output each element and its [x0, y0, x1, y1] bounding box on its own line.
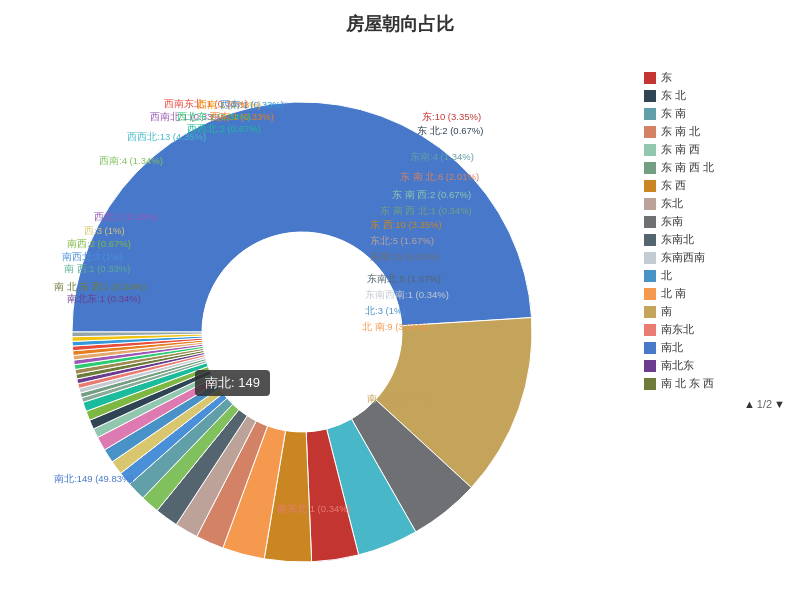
legend-item[interactable]: 南北	[644, 340, 791, 355]
legend-item[interactable]: 东南	[644, 214, 791, 229]
chart-body: 东:10 (3.35%)东 北:2 (0.67%)东南:4 (1.34%)东 南…	[0, 40, 799, 604]
slice-label: 南东北:1 (0.34%)	[277, 503, 351, 514]
legend-item[interactable]: 东	[644, 70, 791, 85]
legend-label: 东北	[661, 196, 683, 211]
legend-label: 东 南	[661, 106, 686, 121]
slice-label: 东南:15 (5.02%)	[370, 251, 439, 262]
legend-label: 东南	[661, 214, 683, 229]
page-indicator: 1/2	[757, 398, 772, 410]
legend-item[interactable]: 南北东	[644, 358, 791, 373]
legend-item[interactable]: 北	[644, 268, 791, 283]
chart-title: 房屋朝向占比	[346, 12, 454, 36]
legend-color-box	[644, 108, 656, 120]
slice-label: 西南:1 (0.33%)	[220, 99, 284, 110]
legend-item[interactable]: 东南西南	[644, 250, 791, 265]
legend-color-box	[644, 198, 656, 210]
legend-list: 东东 北东 南东 南 北东 南 西东 南 西 北东 西东北东南东南北东南西南北北…	[644, 70, 791, 394]
slice-label: 西:3 (1%)	[84, 225, 125, 236]
legend-color-box	[644, 234, 656, 246]
donut-area: 东:10 (3.35%)东 北:2 (0.67%)东南:4 (1.34%)东 南…	[0, 40, 644, 604]
slice-label: 东 西:10 (3.35%)	[370, 219, 442, 230]
legend-color-box	[644, 216, 656, 228]
legend-item[interactable]: 东北	[644, 196, 791, 211]
legend-label: 南	[661, 304, 672, 319]
legend-item[interactable]: 北 南	[644, 286, 791, 301]
legend-color-box	[644, 378, 656, 390]
legend-color-box	[644, 90, 656, 102]
slice-label: 西西北:2 (0.67%)	[187, 123, 261, 134]
legend-label: 北	[661, 268, 672, 283]
slice-label: 南西:2 (0.67%)	[67, 238, 131, 249]
legend-label: 东 北	[661, 88, 686, 103]
legend-label: 东 南 北	[661, 124, 700, 139]
legend-color-box	[644, 126, 656, 138]
donut-chart: 东:10 (3.35%)东 北:2 (0.67%)东南:4 (1.34%)东 南…	[32, 52, 612, 592]
legend-item[interactable]: 东 南 西	[644, 142, 791, 157]
legend-item[interactable]: 东 南 北	[644, 124, 791, 139]
chart-container: 房屋朝向占比 东:10 (3.35%)东 北:2 (0.67%)东南:4 (1.…	[0, 0, 799, 604]
slice-label: 西南:4 (1.34%)	[99, 155, 163, 166]
legend-color-box	[644, 180, 656, 192]
slice-label: 东 北:2 (0.67%)	[417, 125, 483, 136]
slice-label: 西北:1 (0.33%)	[94, 211, 158, 222]
legend-item[interactable]: 南 北 东 西	[644, 376, 791, 391]
slice-label: 东:10 (3.35%)	[422, 111, 481, 122]
legend-label: 东南西南	[661, 250, 705, 265]
legend-color-box	[644, 252, 656, 264]
slice-label: 东 南 北:6 (2.01%)	[400, 171, 479, 182]
slice-label: 西南:1 (0.33%)	[210, 111, 274, 122]
legend-label: 东	[661, 70, 672, 85]
legend-pagination: ▲ 1/2 ▼	[644, 398, 791, 410]
legend-item[interactable]: 南	[644, 304, 791, 319]
slice-label: 北 南:9 (3.01%)	[362, 321, 428, 332]
slice-label: 南北:149 (49.83%)	[54, 473, 134, 484]
slice-label: 东 南 西 北:1 (0.34%)	[380, 205, 472, 216]
legend-color-box	[644, 342, 656, 354]
legend-label: 东南北	[661, 232, 694, 247]
slice-label: 东南:4 (1.34%)	[410, 151, 474, 162]
legend-label: 东 西	[661, 178, 686, 193]
slice-label: 东 南 西:2 (0.67%)	[392, 189, 471, 200]
prev-arrow[interactable]: ▲	[744, 398, 755, 410]
slice-label: 南西北:3 (1%)	[62, 251, 123, 262]
legend-color-box	[644, 306, 656, 318]
slice-label: 东北:5 (1.67%)	[370, 235, 434, 246]
legend-label: 南 北 东 西	[661, 376, 714, 391]
legend-item[interactable]: 南东北	[644, 322, 791, 337]
legend-color-box	[644, 288, 656, 300]
legend-label: 南北	[661, 340, 683, 355]
legend-item[interactable]: 东 南 西 北	[644, 160, 791, 175]
next-arrow[interactable]: ▼	[774, 398, 785, 410]
slice-label: 东南北:5 (1.67%)	[367, 273, 441, 284]
slice-label: 南 西:1 (0.33%)	[64, 263, 130, 274]
legend-item[interactable]: 东 南	[644, 106, 791, 121]
slice-label: 北:3 (1%)	[365, 305, 406, 316]
legend-label: 东 南 西 北	[661, 160, 714, 175]
slice-label: 南北东:1 (0.34%)	[67, 293, 141, 304]
legend-color-box	[644, 324, 656, 336]
legend-color-box	[644, 144, 656, 156]
legend-color-box	[644, 162, 656, 174]
slice-label: 南:39 (13.04%)	[367, 393, 431, 404]
legend-item[interactable]: 东南北	[644, 232, 791, 247]
legend-item[interactable]: 东 西	[644, 178, 791, 193]
legend-label: 南北东	[661, 358, 694, 373]
legend-area: 东东 北东 南东 南 北东 南 西东 南 西 北东 西东北东南东南北东南西南北北…	[644, 40, 799, 604]
slice-label: 东南西南:1 (0.34%)	[365, 289, 449, 300]
legend-color-box	[644, 360, 656, 372]
legend-color-box	[644, 270, 656, 282]
legend-label: 东 南 西	[661, 142, 700, 157]
legend-label: 南东北	[661, 322, 694, 337]
legend-label: 北 南	[661, 286, 686, 301]
slice-label: 南 北 东 西:1 (0.34%)	[54, 281, 146, 292]
legend-item[interactable]: 东 北	[644, 88, 791, 103]
legend-color-box	[644, 72, 656, 84]
